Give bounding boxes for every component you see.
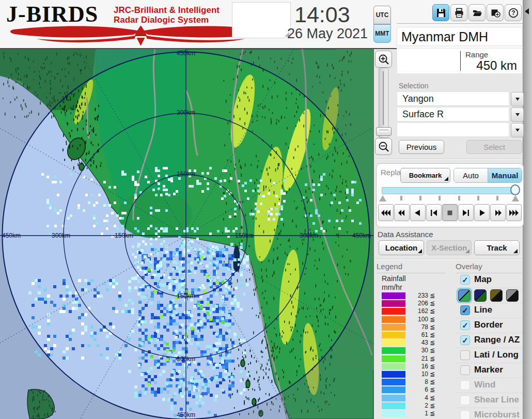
select-button[interactable]: Select: [466, 140, 522, 154]
legend-value: 78: [408, 324, 428, 331]
legend-color-swatch: [382, 402, 405, 409]
overlay-label: Range / AZ: [474, 335, 520, 345]
auto-button[interactable]: Auto: [454, 168, 488, 182]
overlay-checkbox[interactable]: ✓: [460, 320, 470, 330]
overlay-checkbox[interactable]: ✓: [460, 305, 470, 315]
overlay-item-range-az: ✓Range / AZ: [456, 333, 522, 347]
combo-value[interactable]: [397, 122, 509, 137]
forward-fast-button[interactable]: [506, 204, 522, 221]
save-icon: [435, 7, 447, 19]
lte-symbol: ≦: [430, 308, 435, 315]
print-button[interactable]: [450, 4, 467, 21]
legend-color-swatch: [382, 332, 405, 338]
lte-symbol: ≦: [430, 347, 435, 354]
overlay-label: Lati / Long: [474, 350, 519, 360]
overlay-checkbox[interactable]: ✓: [460, 275, 470, 285]
replay-slider-track[interactable]: [382, 187, 516, 194]
mmt-button[interactable]: MMT: [373, 24, 391, 43]
forward-icon: [493, 209, 503, 216]
open-folder-icon: [472, 7, 483, 19]
replay-slider-handle[interactable]: [510, 184, 520, 195]
radar-map[interactable]: 450km300km150km150km300km450km450km300km…: [0, 49, 374, 419]
legend-color-swatch: [382, 363, 405, 370]
overlay-label: Wind: [474, 380, 495, 390]
ring-label: 450km: [177, 50, 195, 57]
slider-tick: [439, 196, 441, 200]
status-display-box: [232, 2, 291, 38]
step-forward-button[interactable]: [458, 204, 474, 221]
overlay-label: Marker: [474, 365, 503, 375]
legend-value: 100: [408, 316, 428, 323]
station-name: Myanmar DMH: [401, 29, 488, 44]
lte-symbol: ≦: [430, 386, 435, 393]
clock-time: 14:03: [294, 2, 350, 27]
print-icon: [453, 7, 465, 19]
ring-label: 300km: [300, 232, 318, 239]
overlay-item-wind: Wind: [456, 378, 522, 392]
ring-label: 300km: [177, 355, 195, 363]
previous-button[interactable]: Previous: [399, 140, 444, 154]
divider: [375, 259, 523, 260]
manual-button[interactable]: Manual: [488, 168, 522, 182]
clock-date: 26 May 2021: [287, 26, 368, 42]
overlay-checkbox: [460, 380, 470, 390]
legend-color-swatch: [382, 300, 405, 307]
help-icon: ?: [508, 7, 519, 19]
logo-subtitle-1: JRC-Brilliant & Intelligent: [114, 5, 220, 15]
selection-combo-row: [397, 122, 524, 137]
rewind-button[interactable]: [394, 204, 410, 221]
legend-entry: 16≦: [382, 363, 441, 370]
map-style-swatch-3[interactable]: [490, 289, 503, 302]
track-button[interactable]: Track: [474, 240, 520, 255]
panel-collapse-strip[interactable]: [523, 0, 532, 419]
zoom-in-button[interactable]: [375, 51, 392, 68]
selection-combos: YangonSurface R: [397, 91, 524, 138]
map-style-swatch-4[interactable]: [506, 289, 519, 302]
combo-value[interactable]: Surface R: [397, 107, 509, 121]
map-style-swatch-2[interactable]: [474, 289, 487, 302]
slider-tick: [477, 196, 479, 200]
help-button[interactable]: ?: [505, 4, 522, 21]
overlay-item-lati-long: Lati / Long: [456, 348, 522, 362]
combo-dropdown-button[interactable]: [511, 107, 524, 122]
overlay-label: Shear Line: [474, 395, 519, 405]
play-backward-button[interactable]: [410, 204, 426, 221]
zoom-slider-thumb[interactable]: [376, 127, 392, 136]
overlay-checkbox[interactable]: [460, 365, 470, 375]
overlay-item-shear-line: Shear Line: [456, 393, 522, 407]
bookmark-button[interactable]: Bookmark: [400, 168, 450, 183]
legend-color-swatch: [382, 339, 405, 346]
overlay-item-microburst: Microburst: [456, 408, 522, 419]
legend-entry: 1≦: [382, 410, 441, 417]
ring-label: 450km: [352, 232, 371, 239]
lte-symbol: ≦: [430, 339, 435, 346]
slider-start-marker: [379, 195, 386, 201]
overlay-checkbox[interactable]: ✓: [460, 335, 470, 345]
save-button[interactable]: [432, 4, 449, 21]
combo-value[interactable]: Yangon: [397, 91, 509, 106]
lte-symbol: ≦: [430, 300, 435, 307]
zoom-out-button[interactable]: [375, 138, 392, 155]
overlay-checkbox[interactable]: [460, 350, 470, 360]
add-image-button[interactable]: [487, 4, 504, 21]
location-button[interactable]: Location: [379, 240, 424, 255]
open-folder-button[interactable]: [468, 4, 486, 21]
x-section-button[interactable]: X-Section: [427, 240, 472, 255]
combo-dropdown-button[interactable]: [511, 123, 524, 137]
rewind-fast-button[interactable]: [378, 204, 394, 221]
overlay-checkbox: [460, 410, 470, 419]
range-label: Range: [465, 50, 488, 59]
utc-button[interactable]: UTC: [373, 6, 391, 24]
play-button[interactable]: [474, 204, 490, 221]
forward-button[interactable]: [490, 204, 506, 221]
collapse-left-icon[interactable]: [525, 8, 529, 14]
selection-combo-row: Surface R: [397, 107, 524, 122]
slider-tick: [419, 196, 421, 200]
combo-dropdown-button[interactable]: [511, 92, 524, 106]
map-style-swatch-1[interactable]: [458, 289, 471, 302]
stop-icon: [445, 209, 455, 216]
step-back-button[interactable]: [426, 204, 442, 221]
slider-tick: [400, 196, 402, 200]
legend-entry: 2≦: [382, 402, 441, 410]
stop-button[interactable]: [442, 204, 458, 221]
